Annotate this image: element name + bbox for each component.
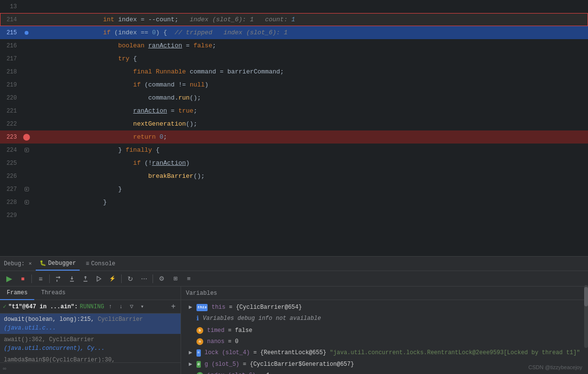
var-item-note: ℹ Variables debug info not available (181, 313, 588, 325)
debug-label: Debug: (4, 260, 25, 267)
toolbar-separator-1 (31, 274, 32, 283)
step-out-button[interactable] (79, 273, 92, 285)
thread-status: RUNNING (80, 303, 104, 310)
debug-panel: Debug: × 🐛 Debugger ≡ Console ▶ ■ ≡ (0, 256, 588, 374)
thread-filter-button[interactable]: ▽ (127, 302, 136, 311)
thread-down-button[interactable]: ↓ (117, 302, 126, 311)
svg-point-0 (56, 281, 57, 282)
tab-frames[interactable]: Frames (0, 287, 34, 300)
debug-close-icon[interactable]: × (28, 261, 32, 267)
code-line-229: 229 (0, 209, 588, 222)
frames-threads-tabs: Frames Threads (0, 287, 181, 300)
tab-debugger[interactable]: 🐛 Debugger (36, 257, 80, 271)
frames-bottom-bar: ∞ (0, 362, 181, 374)
console-icon: ≡ (85, 260, 89, 267)
step-over-button[interactable] (52, 273, 65, 285)
frames-scrollbar[interactable] (584, 287, 588, 348)
variables-list: ▶ this this = {CyclicBarrier@654} ℹ Vari… (181, 300, 588, 374)
frames-list: dowait(boolean, long):215, CyclicBarrier… (0, 314, 181, 362)
info-icon: ℹ (196, 314, 199, 324)
thread-up-button[interactable]: ↑ (106, 302, 115, 311)
resume-button[interactable]: ▶ (3, 273, 15, 285)
tab-threads[interactable]: Threads (34, 287, 72, 300)
debug-tab-bar: Debug: × 🐛 Debugger ≡ Console (0, 257, 588, 271)
debug-right-panel: Variables ▶ this this = {CyclicBarrier@6… (181, 287, 588, 374)
add-thread-button[interactable]: + (169, 302, 178, 311)
var-item-index[interactable]: ▶ i index (slot_6) = 1 (181, 370, 588, 374)
settings-button[interactable]: ⚙ (155, 273, 168, 285)
var-item-timed[interactable]: ▶ b timed = false (181, 325, 588, 336)
var-icon-timed: b (196, 327, 203, 334)
tab-console[interactable]: ≡ Console (82, 257, 119, 271)
frame-item-1[interactable]: await():362, CyclicBarrier (java.util.co… (0, 334, 181, 354)
debug-left-panel: Frames Threads ✓ "t1"@647 in ...ain": RU… (0, 287, 181, 374)
thread-check-icon: ✓ (3, 303, 6, 310)
expand-icon-this[interactable]: ▶ (189, 303, 195, 312)
debug-toolbar: ▶ ■ ≡ (0, 271, 588, 287)
toolbar-separator-3 (121, 274, 122, 283)
var-item-this[interactable]: ▶ this this = {CyclicBarrier@654} (181, 302, 588, 313)
layout-button[interactable]: ⊞ (169, 273, 182, 285)
var-item-nanos[interactable]: ▶ n nanos = 0 (181, 336, 588, 347)
expand-icon-lock[interactable]: ▶ (189, 348, 195, 358)
thread-dropdown-button[interactable]: ▾ (138, 302, 147, 311)
more-actions-button[interactable]: ⋯ (138, 273, 150, 285)
code-line-228: 228 ▼ } (0, 196, 588, 209)
expand-icon-g[interactable]: ▶ (189, 360, 195, 369)
variables-header: Variables (181, 287, 588, 300)
var-icon-nanos: n (196, 338, 203, 345)
thread-name: "t1"@647 in ...ain": (8, 303, 78, 310)
watermark: CSDN @tizzybeacejoy (529, 364, 582, 370)
rerun-button[interactable]: ↻ (124, 273, 137, 285)
var-icon-this: this (196, 304, 208, 311)
frame-item-2[interactable]: lambda$main$0(CyclicBarrier):30, CyclicB… (0, 354, 181, 362)
toolbar-separator-2 (49, 274, 50, 283)
step-into-button[interactable] (66, 273, 78, 285)
restore-view-button[interactable]: ≡ (182, 273, 195, 285)
infinite-icon[interactable]: ∞ (3, 366, 6, 372)
debug-content: Frames Threads ✓ "t1"@647 in ...ain": RU… (0, 287, 588, 374)
var-icon-lock: ≡ (196, 349, 201, 357)
run-to-cursor-button[interactable] (93, 273, 105, 285)
var-note-text: Variables debug info not available (203, 314, 321, 323)
console-toggle-button[interactable]: ≡ (34, 273, 47, 285)
var-item-g[interactable]: ▶ G g (slot_5) = {CyclicBarrier$Generati… (181, 359, 588, 370)
evaluate-button[interactable]: ⚡ (106, 273, 119, 285)
thread-selector: ✓ "t1"@647 in ...ain": RUNNING ↑ ↓ ▽ ▾ + (0, 300, 181, 314)
debugger-icon: 🐛 (40, 260, 46, 266)
code-lines: 13 214 int index = --count; index (slot_… (0, 0, 588, 222)
code-editor: 13 214 int index = --count; index (slot_… (0, 0, 588, 256)
toolbar-separator-4 (153, 274, 153, 283)
frame-item-0[interactable]: dowait(boolean, long):215, CyclicBarrier… (0, 314, 181, 334)
stop-button[interactable]: ■ (16, 273, 29, 285)
var-item-lock[interactable]: ▶ ≡ lock (slot_4) = {ReentrantLock@655} … (181, 347, 588, 359)
var-icon-index: i (196, 372, 203, 374)
var-icon-g: G (196, 361, 201, 368)
